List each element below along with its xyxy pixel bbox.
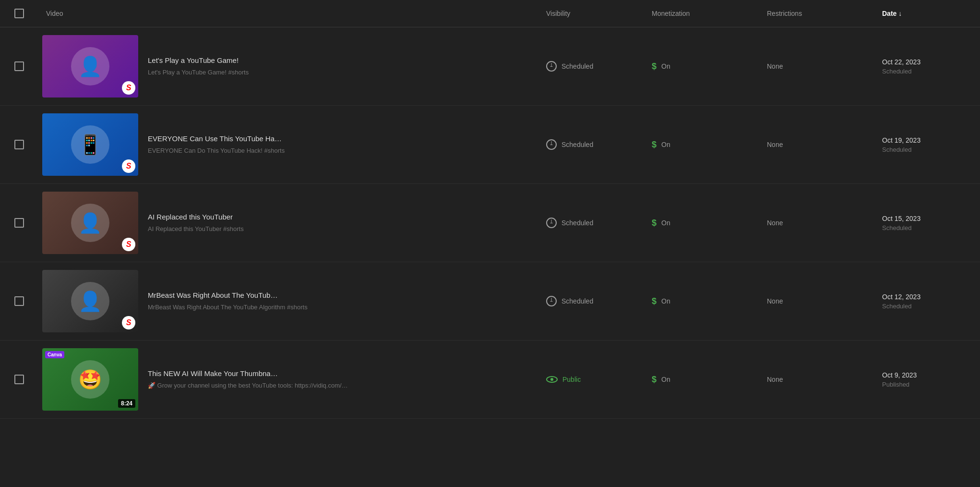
- thumbnail-2: 📱 S: [42, 113, 138, 176]
- row-checkbox-4[interactable]: [0, 296, 38, 306]
- shorts-icon-3: S: [126, 240, 131, 249]
- thumb-person-1: 👤: [71, 47, 109, 85]
- visibility-cell-1: Scheduled: [538, 61, 644, 72]
- monetization-label-5: On: [661, 376, 670, 383]
- shorts-badge-1: S: [122, 81, 135, 95]
- thumb-person-4: 👤: [71, 282, 109, 320]
- date-main-4: Oct 12, 2023: [882, 293, 972, 301]
- video-info-4: MrBeast Was Right About The YouTub… MrBe…: [148, 291, 308, 312]
- video-title-2: EVERYONE Can Use This YouTube Ha…: [148, 134, 285, 144]
- video-cell-5: 🤩 Canva 8:24 This NEW AI Will Make Your …: [38, 348, 538, 411]
- column-monetization-header: Monetization: [644, 10, 759, 17]
- video-desc-4: MrBeast Was Right About The YouTube Algo…: [148, 303, 308, 312]
- dollar-icon-2: $: [652, 140, 657, 150]
- monetization-label-1: On: [661, 62, 670, 70]
- row-checkbox-1[interactable]: [0, 61, 38, 71]
- video-table: Video Visibility Monetization Restrictio…: [0, 0, 980, 419]
- table-row: 👤 S Let's Play a YouTube Game! Let's Pla…: [0, 27, 980, 106]
- video-desc-3: AI Replaced this YouTuber #shorts: [148, 225, 244, 233]
- sort-arrow-icon: ↓: [898, 10, 902, 17]
- checkbox-all[interactable]: [14, 9, 24, 18]
- restrictions-cell-4: None: [759, 297, 874, 305]
- video-title-3: AI Replaced this YouTuber: [148, 212, 244, 222]
- table-header: Video Visibility Monetization Restrictio…: [0, 0, 980, 27]
- restrictions-cell-1: None: [759, 62, 874, 70]
- column-visibility-header: Visibility: [538, 10, 644, 17]
- monetization-cell-1: $ On: [644, 61, 759, 72]
- date-cell-3: Oct 15, 2023 Scheduled: [874, 215, 980, 231]
- video-desc-5: 🚀 Grow your channel using the best YouTu…: [148, 381, 348, 390]
- restrictions-cell-3: None: [759, 219, 874, 227]
- select-all-checkbox[interactable]: [0, 9, 38, 18]
- shorts-badge-2: S: [122, 159, 135, 173]
- date-main-3: Oct 15, 2023: [882, 215, 972, 222]
- date-cell-2: Oct 19, 2023 Scheduled: [874, 136, 980, 153]
- clock-icon-2: [546, 139, 557, 150]
- thumbnail-4: 👤 S: [42, 270, 138, 332]
- visibility-label-5: Public: [562, 376, 581, 383]
- thumbnail-1: 👤 S: [42, 35, 138, 97]
- row-checkbox-2[interactable]: [0, 140, 38, 149]
- visibility-cell-4: Scheduled: [538, 296, 644, 306]
- visibility-cell-3: Scheduled: [538, 218, 644, 228]
- thumbnail-5: 🤩 Canva 8:24: [42, 348, 138, 411]
- video-desc-1: Let's Play a YouTube Game! #shorts: [148, 68, 249, 77]
- video-title-1: Let's Play a YouTube Game!: [148, 56, 249, 65]
- shorts-badge-4: S: [122, 316, 135, 329]
- clock-icon-1: [546, 61, 557, 72]
- column-restrictions-header: Restrictions: [759, 10, 874, 17]
- monetization-cell-4: $ On: [644, 296, 759, 306]
- shorts-icon-4: S: [126, 318, 131, 327]
- monetization-label-2: On: [661, 141, 670, 148]
- video-cell-3: 👤 S AI Replaced this YouTuber AI Replace…: [38, 192, 538, 254]
- restrictions-cell-2: None: [759, 141, 874, 148]
- duration-badge-5: 8:24: [118, 399, 135, 408]
- column-date-header[interactable]: Date ↓: [874, 10, 980, 17]
- shorts-badge-3: S: [122, 238, 135, 251]
- eye-pupil-5: [550, 378, 553, 381]
- video-title-4: MrBeast Was Right About The YouTub…: [148, 291, 308, 300]
- dollar-icon-1: $: [652, 61, 657, 72]
- date-main-2: Oct 19, 2023: [882, 136, 972, 144]
- visibility-cell-2: Scheduled: [538, 139, 644, 150]
- shorts-icon-1: S: [126, 84, 131, 92]
- video-cell-2: 📱 S EVERYONE Can Use This YouTube Ha… EV…: [38, 113, 538, 176]
- monetization-cell-2: $ On: [644, 140, 759, 150]
- visibility-label-2: Scheduled: [562, 141, 593, 148]
- row-checkbox-3[interactable]: [0, 218, 38, 228]
- visibility-label-3: Scheduled: [562, 219, 593, 227]
- restrictions-cell-5: None: [759, 376, 874, 383]
- thumbnail-3: 👤 S: [42, 192, 138, 254]
- date-cell-5: Oct 9, 2023 Published: [874, 371, 980, 388]
- thumb-person-5: 🤩: [71, 360, 109, 399]
- monetization-cell-5: $ On: [644, 375, 759, 385]
- date-main-1: Oct 22, 2023: [882, 58, 972, 66]
- thumb-person-3: 👤: [71, 204, 109, 242]
- shorts-icon-2: S: [126, 162, 131, 170]
- column-video-header: Video: [38, 10, 538, 17]
- video-desc-2: EVERYONE Can Do This YouTube Hack! #shor…: [148, 146, 285, 155]
- table-row: 👤 S MrBeast Was Right About The YouTub… …: [0, 262, 980, 341]
- thumb-person-2: 📱: [71, 125, 109, 164]
- video-info-3: AI Replaced this YouTuber AI Replaced th…: [148, 212, 244, 233]
- date-sub-2: Scheduled: [882, 146, 972, 153]
- date-cell-4: Oct 12, 2023 Scheduled: [874, 293, 980, 310]
- visibility-label-1: Scheduled: [562, 62, 593, 70]
- dollar-icon-4: $: [652, 296, 657, 306]
- date-sub-5: Published: [882, 381, 972, 388]
- clock-icon-3: [546, 218, 557, 228]
- dollar-icon-5: $: [652, 375, 657, 385]
- monetization-cell-3: $ On: [644, 218, 759, 228]
- video-info-2: EVERYONE Can Use This YouTube Ha… EVERYO…: [148, 134, 285, 155]
- table-row: 📱 S EVERYONE Can Use This YouTube Ha… EV…: [0, 106, 980, 184]
- row-checkbox-5[interactable]: [0, 375, 38, 384]
- video-title-5: This NEW AI Will Make Your Thumbna…: [148, 369, 348, 378]
- date-sub-1: Scheduled: [882, 68, 972, 75]
- visibility-cell-5: Public: [538, 376, 644, 383]
- eye-icon-5: [546, 376, 558, 383]
- dollar-icon-3: $: [652, 218, 657, 228]
- video-cell-1: 👤 S Let's Play a YouTube Game! Let's Pla…: [38, 35, 538, 97]
- monetization-label-4: On: [661, 297, 670, 305]
- video-info-1: Let's Play a YouTube Game! Let's Play a …: [148, 56, 249, 77]
- date-cell-1: Oct 22, 2023 Scheduled: [874, 58, 980, 75]
